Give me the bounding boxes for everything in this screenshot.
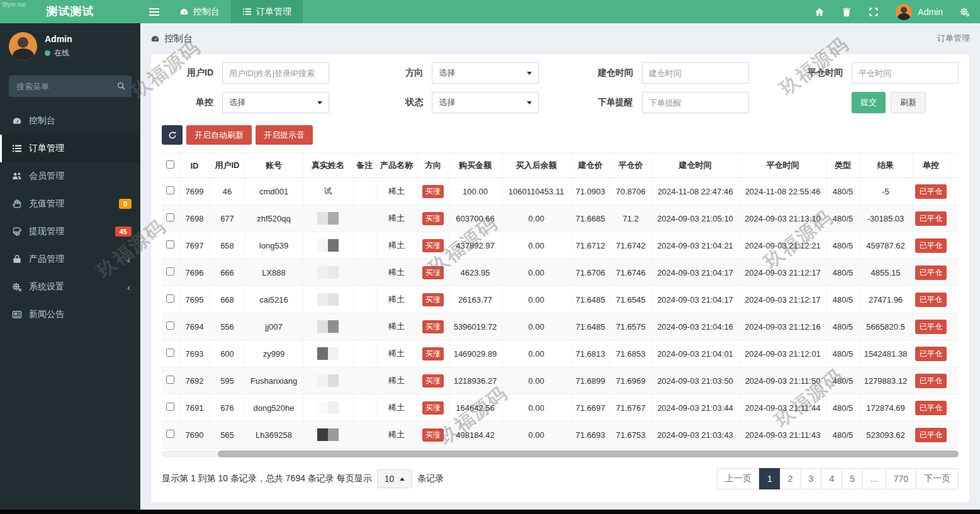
- sidebar-item-withdraw[interactable]: 提现管理45: [0, 218, 140, 245]
- search-icon[interactable]: [116, 81, 126, 91]
- page-prev[interactable]: 上一页: [717, 468, 760, 489]
- column-header: 产品名称: [376, 154, 417, 178]
- row-checkbox[interactable]: [166, 213, 174, 221]
- direction-badge: 买涨: [422, 374, 444, 388]
- cell-close-price: 71.2: [610, 205, 651, 232]
- masked-name-block: [328, 401, 339, 414]
- table-row: 7690565Lh369258稀土买涨498184.420.0071.66937…: [162, 422, 959, 449]
- submit-button[interactable]: 提交: [852, 92, 886, 113]
- control-badge: 已平仓: [915, 293, 947, 307]
- direction-badge: 买涨: [422, 347, 444, 360]
- sidebar-item-label: 提现管理: [29, 226, 64, 237]
- breadcrumb: 控制台 订单管理: [140, 23, 980, 53]
- row-checkbox[interactable]: [166, 240, 174, 249]
- column-header: 账号: [245, 154, 303, 178]
- cell-product: 稀土: [376, 205, 417, 232]
- sound-alert-button[interactable]: 开启提示音: [256, 125, 313, 145]
- direction-badge: 买涨: [422, 185, 444, 198]
- cell-account: long539: [245, 232, 303, 259]
- page-4[interactable]: 4: [821, 468, 842, 489]
- tab-dashboard[interactable]: 控制台: [168, 0, 231, 23]
- close-time-input[interactable]: [852, 62, 959, 84]
- control-badge: 已平仓: [915, 184, 947, 199]
- sidebar-item-orders[interactable]: 订单管理: [0, 135, 140, 162]
- open-time-input[interactable]: [642, 62, 749, 84]
- column-header: 平仓时间: [739, 154, 826, 178]
- user-id-label: 用户ID: [162, 67, 222, 79]
- row-checkbox[interactable]: [166, 294, 174, 303]
- column-header: 真实姓名: [303, 154, 353, 178]
- sidebar-item-members[interactable]: 会员管理: [0, 162, 140, 190]
- column-header: 类型: [826, 154, 859, 178]
- cell-user-id: 658: [210, 232, 245, 259]
- page-770[interactable]: 770: [886, 468, 916, 489]
- cell-account: cmd001: [245, 178, 303, 205]
- row-checkbox[interactable]: [166, 186, 174, 194]
- scrollbar-thumb[interactable]: [218, 450, 959, 457]
- direction-label: 方向: [371, 67, 432, 79]
- sidebar-toggle-button[interactable]: [140, 0, 168, 23]
- auto-refresh-button[interactable]: 开启自动刷新: [186, 125, 252, 145]
- cell-close-time: 2024-11-08 22:55:46: [739, 178, 826, 205]
- trash-icon[interactable]: [842, 7, 852, 17]
- row-checkbox[interactable]: [166, 403, 174, 411]
- remind-input[interactable]: [642, 92, 749, 113]
- page-3[interactable]: 3: [801, 468, 822, 489]
- page-size-select[interactable]: 10: [377, 469, 413, 488]
- cell-id: 7691: [179, 394, 210, 422]
- cell-product: 稀土: [376, 232, 417, 259]
- user-id-input[interactable]: [222, 62, 329, 84]
- status-select[interactable]: 选择: [432, 92, 539, 113]
- sidebar-item-label: 新闻公告: [29, 309, 64, 320]
- page-next[interactable]: 下一页: [916, 468, 959, 489]
- cell-close-price: 71.6545: [610, 286, 651, 313]
- cell-type: 480/5: [826, 394, 859, 422]
- pagination: 上一页12345...770下一页: [717, 468, 959, 489]
- sidebar-item-dashboard[interactable]: 控制台: [0, 107, 140, 135]
- control-select[interactable]: 选择: [222, 92, 329, 113]
- chevron-down-icon: [527, 101, 532, 104]
- sidebar-item-products[interactable]: 产品管理‹: [0, 245, 140, 273]
- refresh-button[interactable]: 刷新: [891, 92, 926, 113]
- cell-account: zhf520qq: [245, 205, 303, 232]
- cell-product: 稀土: [376, 286, 417, 313]
- page-1[interactable]: 1: [759, 468, 780, 489]
- sidebar-search-input[interactable]: [9, 75, 132, 97]
- column-header: 备注: [353, 154, 376, 178]
- fullscreen-icon[interactable]: [869, 7, 879, 17]
- cell-type: 480/5: [826, 367, 859, 394]
- cell-action: 关闭: [950, 232, 959, 259]
- home-icon[interactable]: [814, 7, 825, 17]
- control-badge: 已平仓: [915, 320, 947, 334]
- cell-open-price: 71.6485: [571, 313, 610, 340]
- table-row: 7697658long539稀土买涨437892.970.0071.671271…: [162, 232, 959, 259]
- page-ellipsis: ...: [862, 468, 886, 489]
- row-checkbox[interactable]: [166, 267, 174, 276]
- row-checkbox[interactable]: [166, 321, 174, 330]
- row-checkbox[interactable]: [166, 349, 174, 357]
- cell-close-time: 2024-09-03 21:12:01: [739, 340, 826, 367]
- cell-user-id: 677: [210, 205, 245, 232]
- direction-select[interactable]: 选择: [432, 62, 539, 84]
- select-all-checkbox[interactable]: [166, 160, 174, 169]
- sidebar-item-news[interactable]: 新闻公告: [0, 301, 140, 328]
- gauge-icon: [150, 34, 160, 43]
- cell-close-time: 2024-09-03 21:13:10: [739, 205, 826, 232]
- gears-icon[interactable]: [960, 7, 970, 17]
- row-checkbox[interactable]: [166, 430, 174, 438]
- cell-result: 27471.96: [859, 286, 912, 313]
- horizontal-scrollbar[interactable]: [162, 450, 959, 457]
- cell-close-price: 71.6853: [610, 340, 651, 367]
- tab-orders[interactable]: 订单管理: [231, 0, 303, 23]
- user-menu[interactable]: Admin: [896, 4, 943, 20]
- row-checkbox[interactable]: [166, 376, 174, 384]
- cell-direction: 买涨: [417, 394, 449, 422]
- cell-amount: 603700.66: [449, 205, 502, 232]
- sidebar-item-recharge[interactable]: 充值管理0: [0, 190, 140, 218]
- reload-table-button[interactable]: [162, 125, 183, 145]
- page-5[interactable]: 5: [842, 468, 863, 489]
- page-2[interactable]: 2: [780, 468, 801, 489]
- sidebar-item-settings[interactable]: 系统设置‹: [0, 273, 140, 301]
- cell-result: -30185.03: [859, 205, 912, 232]
- breadcrumb-home[interactable]: 控制台: [150, 33, 193, 45]
